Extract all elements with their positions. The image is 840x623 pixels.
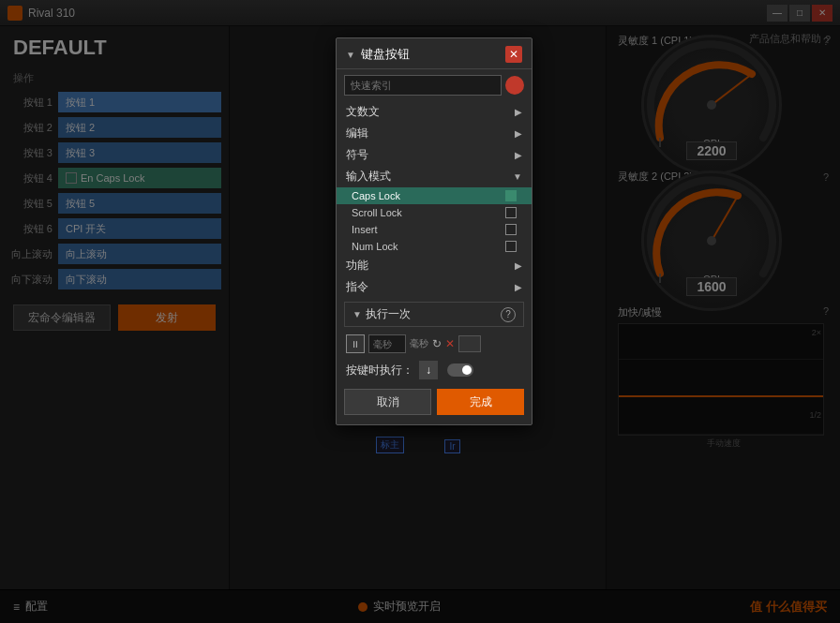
scrolllock-checkbox[interactable]	[505, 207, 517, 218]
ms-label: 毫秒	[410, 337, 428, 350]
sub-item-numlock[interactable]: Num Lock	[337, 238, 532, 255]
menu-item-function[interactable]: 功能 ▶	[337, 255, 532, 276]
action-preview	[458, 335, 481, 352]
menu-function-arrow: ▶	[515, 260, 522, 271]
menu-wenwen-arrow: ▶	[515, 107, 522, 117]
exec-arrow-icon: ▼	[352, 309, 362, 319]
dialog-title-row: ▼ 键盘按钮	[346, 46, 410, 63]
numlock-label: Num Lock	[352, 241, 398, 252]
menu-item-input[interactable]: 输入模式 ▼	[337, 166, 532, 187]
hold-exec-row: 按键时执行： ↓	[337, 357, 532, 383]
menu-command-arrow: ▶	[515, 282, 522, 292]
controls-row: ⏸ 毫秒 ↻ ✕	[337, 331, 532, 357]
pause-button[interactable]: ⏸	[346, 334, 365, 353]
ms-input[interactable]	[368, 334, 406, 353]
menu-symbol-label: 符号	[346, 147, 368, 163]
sub-item-capslock[interactable]: Caps Lock	[337, 187, 532, 204]
menu-item-wenwen[interactable]: 文数文 ▶	[337, 101, 532, 123]
capslock-label: Caps Lock	[352, 190, 400, 201]
numlock-checkbox[interactable]	[505, 241, 517, 252]
dialog-header: ▼ 键盘按钮 ✕	[337, 38, 532, 69]
dialog-overlay: ▼ 键盘按钮 ✕ 文数文 ▶ 编辑 ▶ 符号 ▶ 输入模式 ▼ C	[0, 0, 840, 623]
refresh-icon[interactable]: ↻	[432, 337, 442, 350]
menu-item-command[interactable]: 指令 ▶	[337, 276, 532, 298]
done-button[interactable]: 完成	[437, 389, 524, 415]
keyboard-dialog: ▼ 键盘按钮 ✕ 文数文 ▶ 编辑 ▶ 符号 ▶ 输入模式 ▼ C	[336, 37, 532, 425]
insert-checkbox[interactable]	[505, 224, 517, 235]
capslock-checkbox[interactable]	[505, 190, 517, 201]
insert-label: Insert	[352, 224, 378, 235]
menu-item-edit[interactable]: 编辑 ▶	[337, 123, 532, 144]
dialog-search-area	[344, 75, 524, 96]
menu-wenwen-label: 文数文	[346, 104, 380, 120]
menu-input-arrow: ▼	[513, 171, 522, 182]
exec-label: 执行一次	[366, 306, 497, 322]
sub-item-scrolllock[interactable]: Scroll Lock	[337, 204, 532, 221]
toggle-knob	[462, 365, 472, 375]
hold-label: 按键时执行：	[346, 363, 413, 378]
sub-item-insert[interactable]: Insert	[337, 221, 532, 238]
dialog-close-button[interactable]: ✕	[505, 46, 522, 63]
scrolllock-label: Scroll Lock	[352, 207, 402, 218]
menu-symbol-arrow: ▶	[515, 150, 522, 160]
exec-help-button[interactable]: ?	[501, 307, 516, 322]
dialog-footer: 取消 完成	[337, 383, 532, 415]
menu-input-label: 输入模式	[346, 169, 391, 185]
exec-once-row: ▼ 执行一次 ?	[344, 302, 524, 327]
record-button[interactable]	[505, 76, 524, 95]
menu-edit-arrow: ▶	[515, 128, 522, 139]
dialog-title: 键盘按钮	[361, 46, 410, 63]
hold-toggle[interactable]	[447, 363, 473, 377]
menu-edit-label: 编辑	[346, 126, 368, 141]
menu-item-symbol[interactable]: 符号 ▶	[337, 144, 532, 166]
cancel-button[interactable]: 取消	[344, 389, 431, 415]
hold-down-icon[interactable]: ↓	[419, 361, 438, 379]
delete-icon[interactable]: ✕	[445, 337, 455, 350]
menu-command-label: 指令	[346, 279, 368, 295]
dialog-arrow-icon: ▼	[346, 50, 355, 60]
dialog-search-input[interactable]	[344, 75, 502, 96]
menu-function-label: 功能	[346, 258, 368, 274]
